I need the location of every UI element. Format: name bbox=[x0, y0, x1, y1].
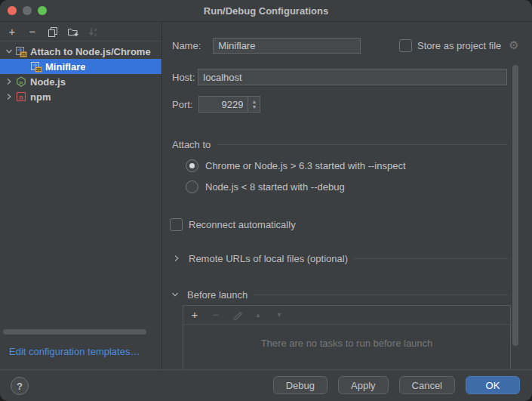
store-as-project-file-group: Store as project file ⚙ bbox=[399, 37, 519, 54]
before-launch-toolbar: + − ▲ ▼ bbox=[183, 306, 510, 325]
reconnect-automatically-checkbox[interactable] bbox=[170, 218, 183, 231]
tree-item-miniflare[interactable]: JS Miniflare bbox=[0, 59, 161, 74]
reconnect-automatically-label: Reconnect automatically bbox=[189, 219, 296, 230]
before-launch-panel: + − ▲ ▼ There are no tasks to run before… bbox=[183, 305, 511, 370]
configurations-sidebar: + − az JS Attach to Node.js/Chrome bbox=[0, 22, 162, 369]
tree-item-label: Node.js bbox=[30, 76, 66, 88]
move-up-icon[interactable]: ▲ bbox=[252, 309, 264, 321]
radio-label: Node.js < 8 started with --debug bbox=[205, 181, 345, 193]
remote-urls-label: Remote URLs of local files (optional) bbox=[189, 253, 348, 264]
traffic-lights bbox=[8, 6, 47, 15]
ok-button[interactable]: OK bbox=[466, 376, 520, 394]
before-launch-section-header[interactable]: Before launch bbox=[169, 288, 508, 301]
sidebar-toolbar: + − az bbox=[0, 22, 161, 42]
separator-line bbox=[217, 144, 508, 145]
copy-configuration-icon[interactable] bbox=[47, 26, 59, 38]
remove-configuration-icon[interactable]: − bbox=[26, 26, 38, 38]
configurations-tree: JS Attach to Node.js/Chrome JS Miniflare… bbox=[0, 42, 161, 104]
svg-text:JS: JS bbox=[36, 67, 42, 72]
radio-option-inspect[interactable]: Chrome or Node.js > 6.3 started with --i… bbox=[186, 157, 406, 174]
new-folder-icon[interactable] bbox=[67, 26, 79, 38]
dialog-title: Run/Debug Configurations bbox=[0, 5, 532, 17]
reconnect-automatically-group[interactable]: Reconnect automatically bbox=[170, 216, 296, 233]
chevron-right-icon[interactable] bbox=[171, 252, 183, 264]
host-label: Host: bbox=[172, 72, 195, 83]
before-launch-label: Before launch bbox=[187, 289, 248, 301]
minimize-window-button[interactable] bbox=[23, 6, 32, 15]
stepper-down-icon[interactable]: ▼ bbox=[252, 104, 257, 110]
radio-label: Chrome or Node.js > 6.3 started with --i… bbox=[205, 160, 406, 171]
gear-icon[interactable]: ⚙ bbox=[509, 39, 518, 52]
stepper-up-icon[interactable]: ▲ bbox=[252, 99, 257, 104]
attach-to-label: Attach to bbox=[172, 139, 211, 150]
attach-to-node-icon: JS bbox=[30, 60, 42, 72]
close-window-button[interactable] bbox=[8, 6, 17, 15]
add-task-icon[interactable]: + bbox=[189, 309, 201, 321]
configuration-form: Name: Store as project file ⚙ Host: Port… bbox=[163, 22, 532, 369]
npm-icon: n bbox=[15, 91, 27, 103]
move-down-icon[interactable]: ▼ bbox=[273, 309, 285, 321]
tree-item-npm[interactable]: n npm bbox=[0, 89, 161, 104]
tree-item-label: Miniflare bbox=[45, 61, 85, 72]
add-configuration-icon[interactable]: + bbox=[6, 26, 18, 38]
store-as-project-file-checkbox[interactable] bbox=[399, 39, 412, 52]
sort-configurations-icon[interactable]: az bbox=[88, 26, 100, 38]
svg-text:n: n bbox=[19, 94, 23, 101]
attach-to-node-icon: JS bbox=[15, 45, 27, 57]
tree-item-nodejs[interactable]: js Node.js bbox=[0, 74, 161, 89]
footer-bar: ? Debug Apply Cancel OK bbox=[0, 369, 532, 401]
content-vertical-scrollbar[interactable] bbox=[512, 65, 518, 346]
radio-button-selected[interactable] bbox=[186, 159, 198, 172]
svg-text:a: a bbox=[94, 27, 97, 32]
remove-task-icon[interactable]: − bbox=[210, 309, 222, 321]
svg-text:js: js bbox=[18, 80, 23, 85]
attach-to-section-header: Attach to bbox=[172, 138, 508, 150]
run-debug-configurations-dialog: Run/Debug Configurations + − az JS bbox=[0, 0, 532, 401]
remote-urls-section-header[interactable]: Remote URLs of local files (optional) bbox=[171, 252, 508, 264]
port-input[interactable] bbox=[198, 96, 248, 113]
sidebar-horizontal-scrollbar[interactable] bbox=[3, 329, 146, 335]
store-as-project-file-label: Store as project file bbox=[417, 40, 501, 51]
help-button[interactable]: ? bbox=[11, 377, 29, 395]
chevron-down-icon[interactable] bbox=[169, 288, 181, 301]
chevron-right-icon[interactable] bbox=[3, 91, 15, 103]
zoom-window-button[interactable] bbox=[38, 6, 47, 15]
name-input[interactable] bbox=[213, 38, 361, 54]
radio-option-debug[interactable]: Node.js < 8 started with --debug bbox=[186, 178, 345, 195]
separator-line bbox=[354, 258, 508, 259]
titlebar: Run/Debug Configurations bbox=[0, 0, 532, 22]
name-label: Name: bbox=[172, 40, 201, 51]
separator-line bbox=[254, 295, 508, 295]
tree-item-attach-to-nodejs-chrome[interactable]: JS Attach to Node.js/Chrome bbox=[0, 44, 161, 59]
host-input[interactable] bbox=[198, 69, 507, 85]
port-stepper[interactable]: ▲ ▼ bbox=[248, 96, 260, 113]
edit-task-icon[interactable] bbox=[231, 309, 243, 321]
chevron-right-icon[interactable] bbox=[3, 76, 15, 88]
apply-button[interactable]: Apply bbox=[338, 376, 389, 394]
port-label: Port: bbox=[172, 99, 192, 110]
before-launch-empty-text: There are no tasks to run before launch bbox=[183, 338, 510, 349]
chevron-down-icon[interactable] bbox=[3, 45, 15, 57]
nodejs-icon: js bbox=[15, 76, 27, 88]
radio-button[interactable] bbox=[186, 180, 198, 193]
footer-buttons: Debug Apply Cancel OK bbox=[273, 376, 520, 394]
svg-text:z: z bbox=[94, 32, 97, 37]
tree-item-label: npm bbox=[30, 91, 51, 103]
debug-button[interactable]: Debug bbox=[273, 376, 328, 394]
cancel-button[interactable]: Cancel bbox=[399, 376, 455, 394]
tree-item-label: Attach to Node.js/Chrome bbox=[30, 46, 151, 57]
svg-text:JS: JS bbox=[21, 52, 26, 57]
edit-configuration-templates-link[interactable]: Edit configuration templates… bbox=[9, 346, 140, 357]
